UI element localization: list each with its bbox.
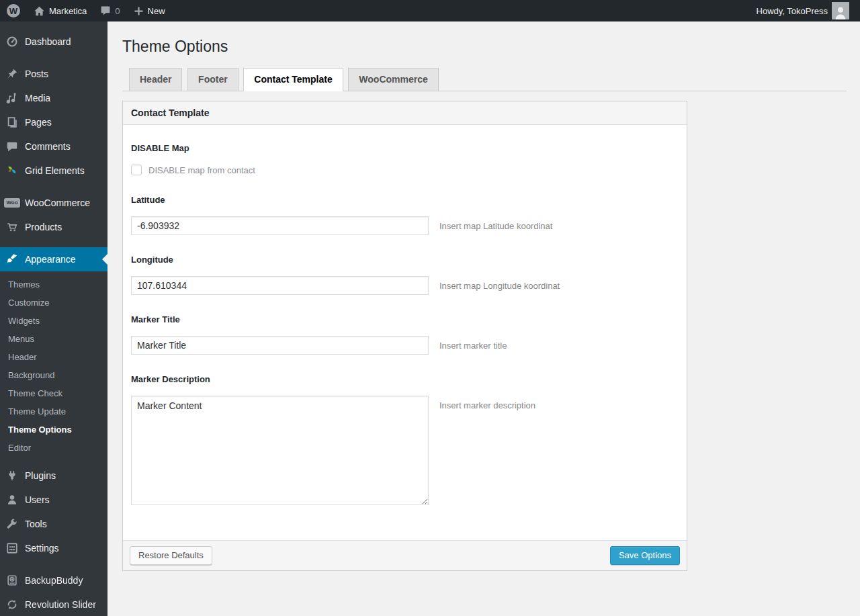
sidebar-item-comments[interactable]: Comments <box>0 134 108 159</box>
sidebar-item-woocommerce[interactable]: Woo WooCommerce <box>0 191 108 215</box>
wordpress-logo-icon: W <box>7 4 20 17</box>
field-label: Latitude <box>131 195 679 205</box>
comments-icon <box>5 140 19 153</box>
wp-logo-menu[interactable]: W <box>0 0 27 21</box>
panel-body: DISABLE Map DISABLE map from contact Lat… <box>123 125 687 540</box>
field-description: Insert marker title <box>439 341 507 351</box>
field-label: Marker Description <box>131 374 679 384</box>
sidebar-item-label: Tools <box>25 518 47 530</box>
field-marker-title: Marker Title Insert marker title <box>131 314 679 355</box>
site-name-label: Marketica <box>49 6 87 16</box>
sidebar-item-label: Dashboard <box>25 36 71 48</box>
settings-icon <box>5 541 19 555</box>
sidebar-item-revolution-slider[interactable]: Revolution Slider <box>0 592 108 616</box>
tab-bar: Header Footer Contact Template WooCommer… <box>122 68 847 91</box>
plugin-icon <box>5 469 19 482</box>
appearance-submenu: Themes Customize Widgets Menus Header Ba… <box>0 271 108 464</box>
sidebar-item-backupbuddy[interactable]: BackupBuddy <box>0 568 108 592</box>
field-label: DISABLE Map <box>131 143 679 153</box>
submenu-item-menus[interactable]: Menus <box>0 330 108 348</box>
field-marker-description: Marker Description Marker Content Insert… <box>131 374 679 505</box>
panel-footer: Restore Defaults Save Options <box>123 540 687 570</box>
save-options-button[interactable]: Save Options <box>610 546 680 565</box>
pin-icon <box>5 67 19 81</box>
submenu-item-header[interactable]: Header <box>0 348 108 366</box>
longitude-input[interactable] <box>131 276 429 295</box>
tab-woocommerce[interactable]: WooCommerce <box>348 68 438 91</box>
sidebar-item-products[interactable]: Products <box>0 215 108 239</box>
field-longitude: Longitude Insert map Longitude koordinat <box>131 255 679 295</box>
submenu-item-background[interactable]: Background <box>0 366 108 384</box>
checkbox-label[interactable]: DISABLE map from contact <box>148 165 255 175</box>
sidebar-item-media[interactable]: Media <box>0 86 108 110</box>
sidebar-item-label: Media <box>25 92 50 104</box>
menu-separator <box>0 239 108 247</box>
submenu-item-editor[interactable]: Editor <box>0 439 108 457</box>
tab-header[interactable]: Header <box>129 68 182 91</box>
sidebar-item-label: Comments <box>25 140 71 152</box>
media-icon <box>5 91 19 105</box>
menu-separator <box>0 183 108 191</box>
site-name-menu[interactable]: Marketica <box>27 0 93 21</box>
cart-icon <box>5 220 19 234</box>
panel-title: Contact Template <box>123 101 687 125</box>
sidebar-item-users[interactable]: Users <box>0 488 108 512</box>
sidebar-item-settings[interactable]: Settings <box>0 536 108 560</box>
sidebar-item-label: WooCommerce <box>25 197 90 209</box>
avatar <box>832 2 849 19</box>
pages-icon <box>5 116 19 129</box>
restore-defaults-button[interactable]: Restore Defaults <box>130 546 212 565</box>
sidebar-item-tools[interactable]: Tools <box>0 512 108 536</box>
marker-title-input[interactable] <box>131 336 429 355</box>
tab-footer[interactable]: Footer <box>187 68 239 91</box>
main-content: Theme Options Header Footer Contact Temp… <box>108 21 860 616</box>
dashboard-icon <box>5 35 19 48</box>
checkbox-row: DISABLE map from contact <box>131 165 679 175</box>
field-description: Insert map Longitude koordinat <box>439 281 560 291</box>
page-title: Theme Options <box>122 37 847 56</box>
submenu-item-theme-options[interactable]: Theme Options <box>0 421 108 439</box>
admin-bar-right: Howdy, TokoPress <box>751 0 860 21</box>
new-content-menu[interactable]: New <box>127 0 172 21</box>
submenu-item-theme-update[interactable]: Theme Update <box>0 402 108 421</box>
comments-menu[interactable]: 0 <box>93 0 126 21</box>
field-label: Marker Title <box>131 314 679 324</box>
sidebar-item-appearance[interactable]: Appearance <box>0 247 108 271</box>
account-menu[interactable]: Howdy, TokoPress <box>751 0 860 21</box>
field-description: Insert marker description <box>439 400 535 410</box>
contact-template-panel: Contact Template DISABLE Map DISABLE map… <box>122 101 687 571</box>
admin-sidebar: Dashboard Posts Media Pages Comments Gri… <box>0 21 108 616</box>
backup-drive-icon <box>5 574 19 587</box>
admin-bar-left: W Marketica 0 New <box>0 0 172 21</box>
sidebar-item-label: Appearance <box>25 253 76 265</box>
rotate-arrows-icon <box>5 598 19 611</box>
sidebar-item-label: Posts <box>25 68 48 80</box>
submenu-item-theme-check[interactable]: Theme Check <box>0 384 108 402</box>
user-icon <box>5 493 19 507</box>
sidebar-item-label: Grid Elements <box>25 165 85 177</box>
menu-separator <box>0 54 108 62</box>
disable-map-checkbox[interactable] <box>131 165 142 175</box>
sidebar-item-pages[interactable]: Pages <box>0 110 108 134</box>
submenu-item-widgets[interactable]: Widgets <box>0 312 108 330</box>
sidebar-item-label: Revolution Slider <box>25 599 96 611</box>
sidebar-item-posts[interactable]: Posts <box>0 62 108 86</box>
field-label: Longitude <box>131 255 679 265</box>
field-description: Insert map Latitude koordinat <box>439 221 552 231</box>
sidebar-item-dashboard[interactable]: Dashboard <box>0 30 108 54</box>
field-disable-map: DISABLE Map DISABLE map from contact <box>131 143 679 175</box>
submenu-item-themes[interactable]: Themes <box>0 275 108 294</box>
sidebar-item-plugins[interactable]: Plugins <box>0 464 108 488</box>
latitude-input[interactable] <box>131 216 429 235</box>
comment-count: 0 <box>115 6 120 16</box>
admin-bar: W Marketica 0 New Howdy, TokoPress <box>0 0 860 21</box>
field-latitude: Latitude Insert map Latitude koordinat <box>131 195 679 235</box>
home-icon <box>34 5 45 17</box>
marker-description-textarea[interactable]: Marker Content <box>131 396 429 505</box>
menu-separator <box>0 560 108 568</box>
tab-contact-template[interactable]: Contact Template <box>243 68 343 91</box>
sidebar-item-label: BackupBuddy <box>25 574 83 586</box>
sidebar-item-grid-elements[interactable]: Grid Elements <box>0 159 108 183</box>
new-label: New <box>148 6 165 16</box>
submenu-item-customize[interactable]: Customize <box>0 294 108 312</box>
